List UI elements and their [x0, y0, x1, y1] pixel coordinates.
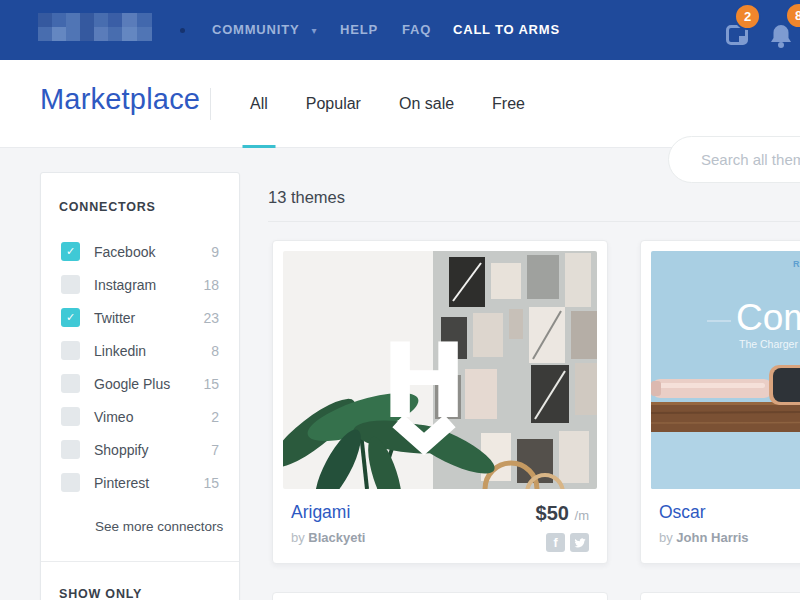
oscar-image-corner-text: R	[793, 259, 800, 269]
connector-row-twitter[interactable]: ✓ Twitter 23	[41, 301, 239, 334]
connectors-list: ✓ Facebook 9 ✓ Instagram 18 ✓ Twitter 23…	[41, 235, 239, 499]
connector-label: Twitter	[94, 310, 135, 326]
sidebar-divider	[41, 561, 239, 562]
theme-byline: by Blackyeti	[291, 530, 365, 545]
nav-item-call-to-arms[interactable]: CALL TO ARMS	[453, 0, 560, 60]
tab-popular[interactable]: Popular	[306, 60, 361, 148]
connector-row-linkedin[interactable]: ✓ Linkedin 8	[41, 334, 239, 367]
theme-author: John Harris	[676, 530, 748, 545]
nav-item-community[interactable]: COMMUNITY ▾	[212, 0, 317, 60]
connector-row-shoppify[interactable]: ✓ Shoppify 7	[41, 433, 239, 466]
content-divider	[268, 221, 800, 222]
active-tab-underline	[242, 145, 275, 148]
arigami-preview-image: H	[283, 251, 597, 489]
connector-row-pinterest[interactable]: ✓ Pinterest 15	[41, 466, 239, 499]
filter-tabs: All Popular On sale Free	[250, 60, 525, 148]
connector-count: 7	[211, 442, 219, 458]
checkbox[interactable]: ✓	[61, 440, 80, 459]
connector-count: 2	[211, 409, 219, 425]
connector-row-vimeo[interactable]: ✓ Vimeo 2	[41, 400, 239, 433]
theme-card-arigami[interactable]: H Arigami by Blackyeti $50 /m f	[272, 240, 608, 564]
connector-row-google-plus[interactable]: ✓ Google Plus 15	[41, 367, 239, 400]
messages-badge: 2	[734, 3, 761, 30]
tab-popular-label: Popular	[306, 95, 361, 112]
theme-card-oscar[interactable]: R Comp The Charger D Oscar by John Harri…	[640, 240, 800, 564]
connector-count: 15	[203, 475, 219, 491]
theme-preview-arigami[interactable]: H	[283, 251, 597, 489]
checkbox[interactable]: ✓	[61, 308, 80, 327]
connector-label: Facebook	[94, 244, 155, 260]
page-title: Marketplace	[40, 83, 200, 116]
notifications-bell-icon[interactable]	[768, 23, 794, 49]
themes-count: 13 themes	[268, 188, 345, 207]
theme-byline: by John Harris	[659, 530, 749, 545]
byline-prefix: by	[291, 530, 305, 545]
connector-label: Vimeo	[94, 409, 133, 425]
theme-price: $50 /m	[536, 502, 589, 525]
nav-item-community-label: COMMUNITY	[212, 22, 299, 37]
tab-all-label: All	[250, 95, 268, 112]
connector-count: 9	[211, 244, 219, 260]
top-navbar: COMMUNITY ▾ HELP FAQ CALL TO ARMS 2 8	[0, 0, 800, 60]
site-logo[interactable]	[38, 13, 152, 41]
nav-separator-dot	[180, 28, 185, 33]
byline-prefix: by	[659, 530, 673, 545]
see-more-connectors-link[interactable]: See more connectors	[95, 519, 223, 534]
theme-preview-oscar[interactable]: R Comp The Charger D	[651, 251, 800, 489]
connector-badges: f	[536, 533, 589, 552]
connector-label: Pinterest	[94, 475, 149, 491]
connector-label: Instagram	[94, 277, 156, 293]
theme-name-link[interactable]: Arigami	[291, 502, 365, 523]
nav-item-help[interactable]: HELP	[340, 0, 378, 60]
theme-name-link[interactable]: Oscar	[659, 502, 749, 523]
theme-author: Blackyeti	[308, 530, 365, 545]
connectors-section-title: CONNECTORS	[59, 200, 156, 214]
search-input[interactable]	[668, 136, 800, 183]
connector-count: 15	[203, 376, 219, 392]
oscar-image-subheading: The Charger D	[739, 338, 800, 350]
connector-count: 18	[203, 277, 219, 293]
header-divider	[210, 88, 211, 120]
page-header: Marketplace All Popular On sale Free	[0, 60, 800, 148]
nav-item-faq[interactable]: FAQ	[402, 0, 431, 60]
checkbox[interactable]: ✓	[61, 275, 80, 294]
facebook-icon: f	[546, 533, 565, 552]
connector-count: 8	[211, 343, 219, 359]
filters-sidebar: CONNECTORS ✓ Facebook 9 ✓ Instagram 18 ✓…	[40, 172, 240, 600]
card-footer: Oscar by John Harris	[641, 489, 800, 545]
tab-on-sale[interactable]: On sale	[399, 60, 454, 148]
tab-on-sale-label: On sale	[399, 95, 454, 112]
checkbox[interactable]: ✓	[61, 341, 80, 360]
theme-card-peek[interactable]	[640, 592, 800, 600]
svg-text:H: H	[381, 321, 467, 441]
tab-all[interactable]: All	[250, 60, 268, 148]
chevron-down-icon: ▾	[312, 25, 318, 36]
connector-label: Shoppify	[94, 442, 148, 458]
theme-card-peek[interactable]	[272, 592, 608, 600]
checkbox[interactable]: ✓	[61, 473, 80, 492]
checkbox[interactable]: ✓	[61, 374, 80, 393]
card-footer: Arigami by Blackyeti $50 /m f	[273, 489, 607, 552]
tab-free[interactable]: Free	[492, 60, 525, 148]
connector-count: 23	[203, 310, 219, 326]
checkbox[interactable]: ✓	[61, 242, 80, 261]
checkbox[interactable]: ✓	[61, 407, 80, 426]
twitter-icon	[570, 533, 589, 552]
connector-label: Google Plus	[94, 376, 170, 392]
oscar-preview-image: R Comp The Charger D	[651, 251, 800, 489]
connector-label: Linkedin	[94, 343, 146, 359]
price-period: /m	[575, 508, 589, 523]
show-only-section-title: SHOW ONLY	[59, 587, 142, 600]
tab-free-label: Free	[492, 95, 525, 112]
connector-row-instagram[interactable]: ✓ Instagram 18	[41, 268, 239, 301]
oscar-image-heading: Comp	[736, 297, 800, 338]
connector-row-facebook[interactable]: ✓ Facebook 9	[41, 235, 239, 268]
